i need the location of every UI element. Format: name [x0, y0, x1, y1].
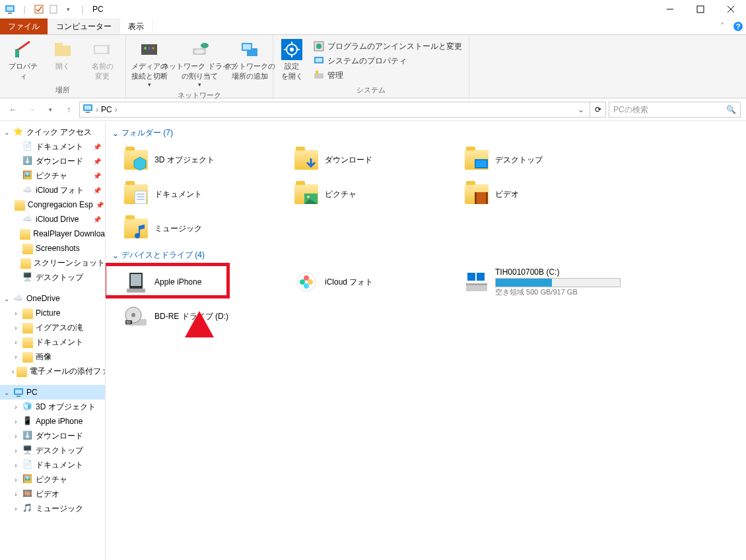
- folder-pictures[interactable]: ピクチャ: [292, 178, 456, 210]
- open-button[interactable]: 開く: [44, 38, 82, 73]
- section-devices[interactable]: ⌄デバイスとドライブ (4): [112, 250, 739, 261]
- tree-item[interactable]: ›Picture: [0, 306, 105, 320]
- content-area[interactable]: ⌄フォルダー (7) 3D オブジェクト ダウンロード デスクトップ ドキュメン…: [106, 121, 746, 560]
- checkbox-icon[interactable]: [33, 3, 45, 15]
- device-icloud[interactable]: iCloud フォト: [292, 266, 456, 298]
- tree-item[interactable]: ☁️iCloud フォト📌: [0, 183, 105, 197]
- group-label: システム: [356, 84, 386, 98]
- tree-item[interactable]: スクリーンショット: [0, 256, 105, 270]
- folders-grid: 3D オブジェクト ダウンロード デスクトップ ドキュメント ピクチャ ビデオ …: [121, 144, 739, 244]
- svg-text:?: ?: [736, 22, 741, 30]
- tree-item[interactable]: ›ドキュメント: [0, 335, 105, 349]
- svg-rect-38: [316, 71, 318, 75]
- tree-item[interactable]: 🖼️ピクチャ📌: [0, 168, 105, 183]
- tree-item[interactable]: 📄ドキュメント📌: [0, 139, 105, 154]
- forward-button[interactable]: →: [24, 102, 40, 118]
- tree-item[interactable]: Screenshots: [0, 241, 105, 256]
- breadcrumb-pc[interactable]: PC: [101, 105, 112, 114]
- search-icon[interactable]: 🔍: [726, 105, 736, 114]
- tree-item[interactable]: 🖥️デスクトップ: [0, 270, 105, 285]
- tree-pc[interactable]: ⌄PC: [0, 385, 105, 400]
- up-button[interactable]: ↑: [61, 102, 77, 118]
- rename-button[interactable]: 名前の 変更: [83, 38, 121, 83]
- svg-rect-40: [85, 106, 91, 110]
- doc-icon[interactable]: [48, 3, 59, 15]
- pin-icon: 📌: [93, 216, 101, 223]
- tab-file[interactable]: ファイル: [0, 18, 48, 34]
- nav-bar: ← → ▾ ↑ › PC › ⌄ ⟳ 🔍: [0, 98, 746, 121]
- uninstall-button[interactable]: プログラムのアンインストールと変更: [310, 39, 465, 53]
- desktop-icon: 🖥️: [22, 272, 33, 283]
- label: 管理: [327, 70, 343, 81]
- tree-item[interactable]: ⬇️ダウンロード📌: [0, 154, 105, 168]
- close-button[interactable]: [716, 0, 746, 18]
- tree-item[interactable]: Congregacion Esp📌: [0, 197, 105, 212]
- folder-videos[interactable]: ビデオ: [462, 178, 626, 210]
- tree-item[interactable]: ›📱Apple iPhone: [0, 414, 105, 429]
- svg-point-63: [308, 279, 313, 285]
- tree-onedrive[interactable]: ⌄☁️OneDrive: [0, 291, 105, 306]
- address-bar[interactable]: › PC › ⌄: [79, 102, 590, 118]
- tree-item[interactable]: ›⬇️ダウンロード: [0, 429, 105, 443]
- refresh-button[interactable]: ⟳: [590, 102, 606, 118]
- section-folders[interactable]: ⌄フォルダー (7): [112, 127, 739, 139]
- device-cdrive[interactable]: TIH0010700B (C:) 空き領域 500 GB/917 GB: [462, 266, 634, 298]
- svg-rect-68: [467, 273, 475, 281]
- tree-item[interactable]: RealPlayer Downloa: [0, 227, 105, 241]
- folder-music[interactable]: ミュージック: [121, 213, 285, 244]
- breadcrumb-sep[interactable]: ›: [115, 105, 118, 114]
- help-icon[interactable]: ?: [730, 18, 746, 34]
- addloc-button[interactable]: ネットワークの 場所の追加: [230, 38, 269, 83]
- ribbon-collapse-icon[interactable]: ˄: [714, 18, 730, 34]
- maximize-button[interactable]: [685, 0, 716, 18]
- back-button[interactable]: ←: [5, 102, 21, 118]
- settings-button[interactable]: 設定 を開く: [277, 38, 306, 83]
- properties-button[interactable]: プロパティ: [4, 38, 42, 83]
- tree-item[interactable]: ☁️iCloud Drive📌: [0, 212, 105, 227]
- nav-tree[interactable]: ⌄⭐クイック アクセス 📄ドキュメント📌 ⬇️ダウンロード📌 🖼️ピクチャ📌 ☁…: [0, 121, 106, 560]
- address-dropdown-icon[interactable]: ⌄: [575, 105, 587, 114]
- search-box[interactable]: 🔍: [609, 102, 741, 118]
- qat-dropdown-icon[interactable]: ▾: [62, 3, 74, 15]
- folder-downloads[interactable]: ダウンロード: [292, 144, 456, 176]
- annotation-arrow: [180, 311, 219, 384]
- manage-button[interactable]: 管理: [310, 68, 465, 83]
- svg-rect-41: [86, 112, 90, 113]
- window-title: PC: [92, 5, 104, 14]
- folder-icon: [15, 200, 25, 211]
- music-icon: 🎵: [22, 503, 33, 514]
- search-input[interactable]: [613, 105, 726, 114]
- title-bar: | ▾ | PC: [0, 0, 746, 18]
- tree-item[interactable]: ›イグアスの滝: [0, 320, 105, 335]
- tree-item[interactable]: ›🎵ミュージック: [0, 501, 105, 516]
- tree-item[interactable]: ›🖼️ピクチャ: [0, 472, 105, 487]
- tree-item[interactable]: ›🖥️デスクトップ: [0, 443, 105, 458]
- tree-item[interactable]: ›🎞️ビデオ: [0, 487, 105, 501]
- optical-drive-icon: BD: [123, 303, 149, 330]
- netmap-button[interactable]: ネットワーク ドライブ の割り当て▾: [170, 38, 229, 89]
- minimize-button[interactable]: [655, 0, 685, 18]
- svg-rect-55: [475, 192, 477, 204]
- folder-3dobjects[interactable]: 3D オブジェクト: [121, 144, 285, 176]
- svg-point-57: [135, 233, 140, 238]
- group-label: 場所: [55, 84, 70, 98]
- pin-icon: 📌: [96, 201, 104, 209]
- tab-view[interactable]: 表示: [120, 18, 153, 34]
- folder-icon: [22, 352, 33, 363]
- sysprops-button[interactable]: システムのプロパティ: [310, 53, 465, 68]
- tree-item[interactable]: ›電子メールの添付ファイ: [0, 364, 105, 378]
- tab-computer[interactable]: コンピューター: [48, 18, 120, 34]
- recent-dropdown[interactable]: ▾: [42, 102, 58, 118]
- tree-item[interactable]: ›画像: [0, 349, 105, 364]
- folder-desktop[interactable]: デスクトップ: [462, 144, 626, 176]
- tree-item[interactable]: ›📄ドキュメント: [0, 458, 105, 472]
- svg-rect-69: [477, 273, 485, 281]
- iphone-icon: 📱: [22, 416, 33, 427]
- pictures-icon: 🖼️: [22, 170, 33, 181]
- folder-documents[interactable]: ドキュメント: [121, 178, 285, 210]
- ribbon-group-location: プロパティ 開く 名前の 変更 場所: [0, 35, 126, 98]
- chevron-down-icon: ⌄: [112, 129, 119, 138]
- tree-quickaccess[interactable]: ⌄⭐クイック アクセス: [0, 125, 105, 139]
- tree-item[interactable]: ›🧊3D オブジェクト: [0, 400, 105, 414]
- breadcrumb-sep[interactable]: ›: [96, 105, 98, 114]
